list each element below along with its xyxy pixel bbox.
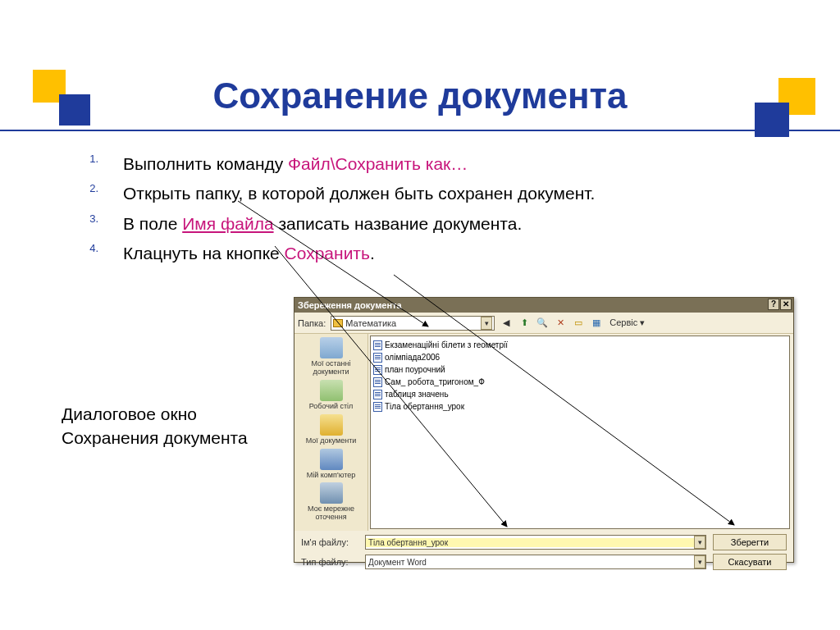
filetype-value: Документ Word — [366, 558, 694, 567]
computer-icon — [320, 449, 343, 470]
list-item: 2. Открыть папку, в которой должен быть … — [123, 181, 763, 206]
place-label: Мій комп'ютер — [299, 472, 364, 480]
dialog-bottom: Ім'я файлу: Тіла обертання_урок ▾ Зберег… — [294, 531, 793, 573]
chevron-down-icon[interactable]: ▾ — [481, 317, 492, 330]
list-text: . — [370, 244, 375, 262]
filetype-label: Тип файлу: — [301, 557, 358, 567]
file-item[interactable]: план поурочний — [373, 363, 787, 376]
cancel-button[interactable]: Скасувати — [713, 554, 787, 570]
place-label: Моє мережне оточення — [299, 505, 364, 522]
new-folder-icon[interactable]: ▭ — [572, 317, 585, 330]
up-icon[interactable]: ⬆ — [518, 317, 531, 330]
file-item[interactable]: Сам_ робота_тригоном_Ф — [373, 376, 787, 388]
title-rule — [0, 130, 840, 131]
place-desktop[interactable]: Робочий стіл — [299, 380, 364, 411]
back-icon[interactable]: ◀ — [500, 317, 513, 330]
list-item: 1. Выполнить команду Файл\Сохранить как… — [123, 152, 763, 176]
close-button[interactable]: ✕ — [780, 299, 792, 310]
slide-title: Сохранение документа — [0, 75, 840, 116]
list-text: Клацнуть на кнопке — [123, 244, 285, 262]
file-name: Сам_ робота_тригоном_Ф — [385, 377, 485, 386]
network-icon — [320, 482, 343, 504]
desktop-icon — [320, 380, 343, 401]
file-name: олімпіада2006 — [385, 353, 440, 362]
list-text: Выполнить команду — [123, 154, 288, 173]
list-text: Открыть папку, в которой должен быть сох… — [123, 184, 595, 203]
list-number: 1. — [49, 152, 98, 167]
list-text: В поле — [123, 214, 182, 233]
doc-icon — [373, 402, 382, 412]
doc-icon — [373, 340, 382, 350]
filename-input[interactable]: Тіла обертання_урок ▾ — [365, 535, 706, 550]
search-icon[interactable]: 🔍 — [536, 317, 549, 330]
folder-value: Математика — [345, 318, 478, 328]
file-item[interactable]: таблиця значень — [373, 388, 787, 400]
file-item[interactable]: олімпіада2006 — [373, 351, 787, 363]
place-recent[interactable]: Мої останні документи — [299, 337, 364, 377]
dialog-title-text: Збереження документа — [298, 300, 402, 310]
doc-icon — [373, 365, 382, 375]
recent-icon — [320, 337, 343, 358]
delete-icon[interactable]: ✕ — [554, 317, 567, 330]
list-item: 4. Клацнуть на кнопке Сохранить. — [123, 241, 763, 266]
file-name: Екзаменаційні білети з геометрії — [385, 340, 508, 349]
highlight-text: Имя файла — [182, 214, 273, 233]
list-number: 2. — [49, 181, 98, 197]
filetype-combo[interactable]: Документ Word ▾ — [365, 555, 706, 569]
save-button[interactable]: Зберегти — [713, 534, 787, 550]
list-number: 3. — [49, 212, 98, 227]
file-item[interactable]: Тіла обертання_урок — [373, 400, 787, 413]
help-button[interactable]: ? — [768, 299, 779, 310]
filename-label: Ім'я файлу: — [301, 537, 358, 547]
doc-icon — [373, 390, 382, 399]
list-item: 3. В поле Имя файла записать название до… — [123, 212, 763, 236]
file-item[interactable]: Екзаменаційні білети з геометрії — [373, 339, 787, 351]
place-label: Мої документи — [299, 437, 364, 445]
file-name: план поурочний — [385, 365, 445, 374]
caption-line: Сохранения документа — [62, 426, 248, 450]
steps-list: 1. Выполнить команду Файл\Сохранить как…… — [123, 152, 763, 272]
doc-icon — [373, 353, 382, 363]
folder-label: Папка: — [298, 318, 326, 328]
folder-combo[interactable]: Математика ▾ — [331, 316, 495, 331]
chevron-down-icon[interactable]: ▾ — [694, 536, 705, 549]
doc-icon — [373, 377, 382, 387]
place-network[interactable]: Моє мережне оточення — [299, 482, 364, 522]
views-icon[interactable]: ▦ — [590, 317, 603, 330]
place-computer[interactable]: Мій комп'ютер — [299, 449, 364, 480]
place-label: Мої останні документи — [299, 360, 364, 377]
file-name: Тіла обертання_урок — [385, 402, 464, 411]
dialog-titlebar[interactable]: Збереження документа ? ✕ — [294, 298, 793, 313]
chevron-down-icon[interactable]: ▾ — [694, 555, 705, 568]
dialog-caption: Диалоговое окно Сохранения документа — [62, 402, 248, 450]
file-name: таблиця значень — [385, 390, 449, 399]
place-label: Робочий стіл — [299, 403, 364, 411]
list-text: записать название документа. — [274, 214, 523, 233]
save-dialog: Збереження документа ? ✕ Папка: Математи… — [294, 297, 794, 563]
file-pane[interactable]: Екзаменаційні білети з геометрії олімпіа… — [370, 336, 790, 529]
folder-icon — [333, 319, 343, 327]
list-number: 4. — [49, 241, 98, 257]
places-bar: Мої останні документи Робочий стіл Мої д… — [294, 334, 368, 531]
highlight-text: Файл\Сохранить как… — [288, 154, 468, 173]
caption-line: Диалоговое окно — [62, 402, 248, 426]
highlight-text: Сохранить — [285, 244, 370, 262]
filename-value: Тіла обертання_урок — [366, 538, 694, 547]
dialog-toolbar: Папка: Математика ▾ ◀ ⬆ 🔍 ✕ ▭ ▦ Сервіс ▾ — [294, 313, 793, 334]
place-documents[interactable]: Мої документи — [299, 414, 364, 445]
tools-menu[interactable]: Сервіс ▾ — [608, 317, 646, 328]
documents-icon — [320, 414, 343, 436]
